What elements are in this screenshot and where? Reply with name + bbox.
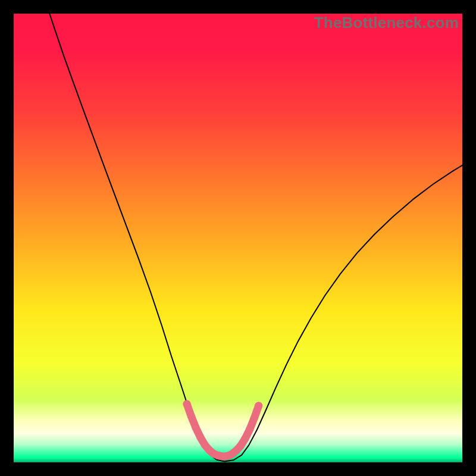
pink-valley-dot [250,415,258,422]
chart-background [14,14,462,462]
pink-valley-dot [187,413,195,421]
watermark-text: TheBottleneck.com [314,14,459,32]
pink-valley-dot [255,402,262,409]
chart-plot-area: TheBottleneck.com [14,14,462,462]
chart-svg [14,14,462,462]
pink-valley-dot [183,400,191,408]
pink-valley-dot [237,442,245,450]
chart-frame: TheBottleneck.com [12,12,464,464]
pink-valley-dot [246,425,253,433]
pink-valley-dot [242,435,249,443]
pink-valley-dot [192,424,200,431]
pink-valley-dot [196,433,204,441]
